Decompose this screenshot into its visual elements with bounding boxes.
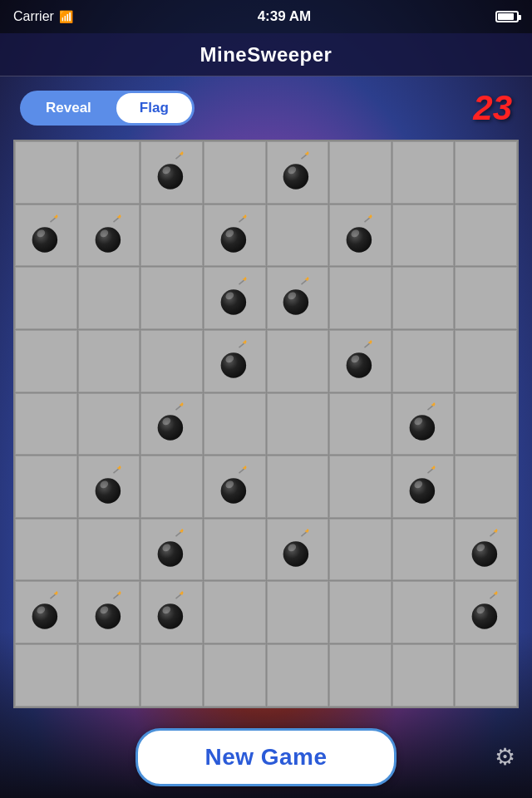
svg-line-30 xyxy=(239,280,244,284)
grid-cell[interactable] xyxy=(15,330,77,392)
grid-cell[interactable] xyxy=(392,204,455,267)
svg-point-3 xyxy=(158,164,183,189)
grid-cell[interactable] xyxy=(329,393,392,456)
grid-cell[interactable] xyxy=(140,393,203,456)
grid-cell[interactable] xyxy=(15,141,77,204)
grid-cell[interactable] xyxy=(455,204,517,267)
grid-cell[interactable] xyxy=(455,456,517,518)
grid-cell[interactable] xyxy=(267,330,329,392)
svg-point-23 xyxy=(220,227,245,252)
svg-line-20 xyxy=(239,218,244,222)
bottom-bar: New Game ⚙ xyxy=(0,715,532,798)
grid-cell[interactable] xyxy=(140,644,203,707)
grid-cell[interactable] xyxy=(204,393,266,456)
grid-cell[interactable] xyxy=(267,141,329,204)
grid-cell[interactable] xyxy=(392,581,455,643)
grid-cell[interactable] xyxy=(392,267,455,329)
reveal-button[interactable]: Reveal xyxy=(22,93,115,123)
grid-cell[interactable] xyxy=(267,456,329,518)
grid-cell[interactable] xyxy=(392,330,455,392)
settings-button[interactable]: ⚙ xyxy=(495,743,515,771)
grid-cell[interactable] xyxy=(392,644,455,707)
game-grid xyxy=(13,140,519,708)
grid-cell[interactable] xyxy=(329,141,392,204)
grid-cell[interactable] xyxy=(15,581,77,643)
new-game-button[interactable]: New Game xyxy=(135,728,396,786)
grid-cell[interactable] xyxy=(15,644,77,707)
grid-cell[interactable] xyxy=(455,581,517,643)
svg-point-63 xyxy=(95,478,120,503)
grid-cell[interactable] xyxy=(204,519,266,581)
grid-cell[interactable] xyxy=(15,393,77,456)
grid-cell[interactable] xyxy=(267,581,329,643)
grid-cell[interactable] xyxy=(15,204,77,267)
grid-cell[interactable] xyxy=(204,644,266,707)
grid-cell[interactable] xyxy=(78,330,140,392)
grid-cell[interactable] xyxy=(204,456,266,518)
grid-cell[interactable] xyxy=(140,330,203,392)
status-bar: Carrier 📶 4:39 AM xyxy=(0,0,532,33)
grid-cell[interactable] xyxy=(78,141,140,204)
grid-cell[interactable] xyxy=(140,456,203,518)
grid-cell[interactable] xyxy=(267,267,329,329)
svg-point-53 xyxy=(158,416,183,441)
grid-cell[interactable] xyxy=(329,644,392,707)
grid-cell[interactable] xyxy=(15,267,77,329)
grid-cell[interactable] xyxy=(455,141,517,204)
grid-cell[interactable] xyxy=(204,141,266,204)
svg-line-35 xyxy=(302,280,307,284)
grid-cell[interactable] xyxy=(140,581,203,643)
grid-cell[interactable] xyxy=(204,267,266,329)
svg-point-18 xyxy=(95,227,120,252)
grid-cell[interactable] xyxy=(455,393,517,456)
svg-line-15 xyxy=(113,218,118,222)
grid-cell[interactable] xyxy=(455,519,517,581)
grid-cell[interactable] xyxy=(78,644,140,707)
grid-cell[interactable] xyxy=(204,204,266,267)
grid-cell[interactable] xyxy=(267,644,329,707)
grid-cell[interactable] xyxy=(329,519,392,581)
grid-cell[interactable] xyxy=(329,456,392,518)
grid-cell[interactable] xyxy=(455,644,517,707)
grid-cell[interactable] xyxy=(15,456,77,518)
flag-button[interactable]: Flag xyxy=(116,93,192,123)
carrier-label: Carrier xyxy=(13,9,54,24)
grid-cell[interactable] xyxy=(267,519,329,581)
svg-point-83 xyxy=(283,541,308,566)
grid-cell[interactable] xyxy=(455,267,517,329)
status-left: Carrier 📶 xyxy=(13,9,73,24)
status-time: 4:39 AM xyxy=(258,8,312,25)
grid-cell[interactable] xyxy=(267,204,329,267)
grid-cell[interactable] xyxy=(140,141,203,204)
app-header: MineSweeper xyxy=(0,33,532,76)
grid-cell[interactable] xyxy=(392,141,455,204)
svg-point-8 xyxy=(283,164,308,189)
grid-cell[interactable] xyxy=(78,204,140,267)
grid-cell[interactable] xyxy=(78,456,140,518)
svg-point-108 xyxy=(472,604,497,629)
grid-cell[interactable] xyxy=(455,330,517,392)
grid-cell[interactable] xyxy=(392,393,455,456)
mode-toggle: Reveal Flag xyxy=(20,91,195,126)
grid-cell[interactable] xyxy=(78,393,140,456)
grid-cell[interactable] xyxy=(204,581,266,643)
mine-count: 23 xyxy=(473,88,512,128)
grid-cell[interactable] xyxy=(78,267,140,329)
grid-cell[interactable] xyxy=(78,519,140,581)
grid-cell[interactable] xyxy=(78,581,140,643)
svg-line-80 xyxy=(302,532,307,536)
grid-cell[interactable] xyxy=(329,267,392,329)
grid-cell[interactable] xyxy=(15,519,77,581)
grid-cell[interactable] xyxy=(329,204,392,267)
grid-cell[interactable] xyxy=(329,330,392,392)
svg-point-28 xyxy=(347,227,372,252)
grid-cell[interactable] xyxy=(140,519,203,581)
grid-cell[interactable] xyxy=(140,204,203,267)
svg-line-0 xyxy=(176,155,181,159)
grid-cell[interactable] xyxy=(329,581,392,643)
grid-cell[interactable] xyxy=(392,456,455,518)
grid-cell[interactable] xyxy=(392,519,455,581)
grid-cell[interactable] xyxy=(267,393,329,456)
grid-cell[interactable] xyxy=(140,267,203,329)
grid-cell[interactable] xyxy=(204,330,266,392)
